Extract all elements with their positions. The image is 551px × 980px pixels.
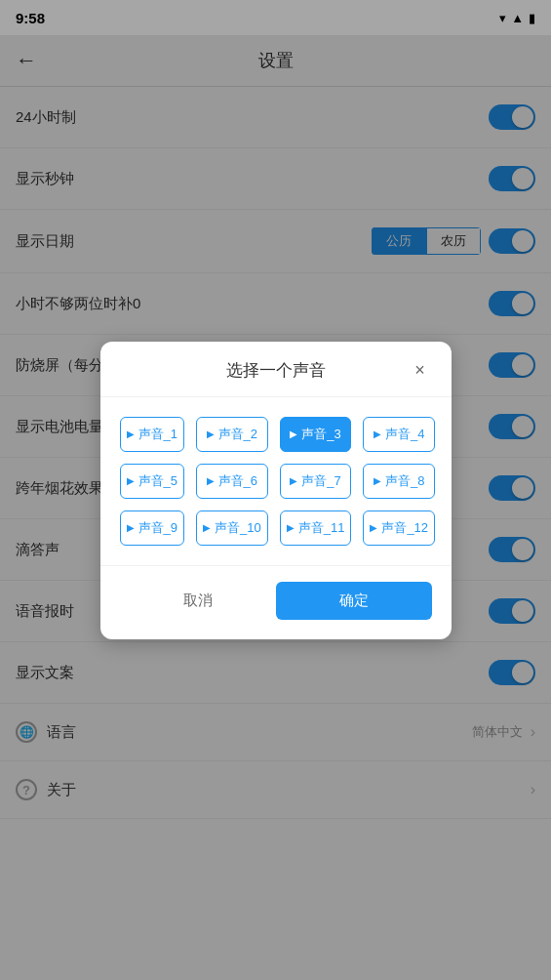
play-icon: ▶ [127, 522, 135, 533]
sound-btn-5[interactable]: ▶声音_5 [120, 464, 184, 499]
play-icon: ▶ [290, 475, 297, 486]
sound-dialog: 选择一个声音 × ▶声音_1▶声音_2▶声音_3▶声音_4▶声音_5▶声音_6▶… [100, 342, 452, 639]
play-icon: ▶ [127, 429, 135, 439]
sound-btn-8[interactable]: ▶声音_8 [363, 464, 435, 499]
sound-btn-12[interactable]: ▶声音_12 [363, 510, 435, 546]
sound-grid: ▶声音_1▶声音_2▶声音_3▶声音_4▶声音_5▶声音_6▶声音_7▶声音_8… [120, 417, 432, 546]
sound-btn-2[interactable]: ▶声音_2 [196, 417, 268, 452]
sound-label: 声音_9 [138, 519, 177, 537]
sound-btn-9[interactable]: ▶声音_9 [120, 510, 184, 546]
sound-btn-11[interactable]: ▶声音_11 [280, 510, 352, 546]
play-icon: ▶ [127, 475, 135, 486]
play-icon: ▶ [370, 522, 377, 533]
sound-label: 声音_7 [301, 472, 340, 490]
sound-label: 声音_4 [385, 426, 424, 443]
sound-label: 声音_8 [385, 472, 424, 490]
modal-footer: 取消 确定 [100, 565, 452, 639]
sound-btn-1[interactable]: ▶声音_1 [120, 417, 184, 452]
modal-title: 选择一个声音 [143, 359, 409, 382]
modal-overlay: 选择一个声音 × ▶声音_1▶声音_2▶声音_3▶声音_4▶声音_5▶声音_6▶… [0, 0, 551, 980]
sound-label: 声音_12 [381, 519, 428, 537]
play-icon: ▶ [290, 429, 297, 439]
sound-label: 声音_1 [138, 426, 177, 443]
sound-btn-6[interactable]: ▶声音_6 [196, 464, 268, 499]
sound-label: 声音_11 [298, 519, 345, 537]
play-icon: ▶ [287, 522, 295, 533]
sound-label: 声音_6 [218, 472, 257, 490]
confirm-button[interactable]: 确定 [276, 582, 432, 620]
sound-btn-7[interactable]: ▶声音_7 [280, 464, 352, 499]
play-icon: ▶ [374, 429, 381, 439]
play-icon: ▶ [207, 429, 215, 439]
sound-label: 声音_5 [138, 472, 177, 490]
cancel-button[interactable]: 取消 [120, 582, 276, 620]
sound-btn-10[interactable]: ▶声音_10 [196, 510, 268, 546]
play-icon: ▶ [374, 475, 381, 486]
sound-label: 声音_3 [301, 426, 340, 443]
modal-body: ▶声音_1▶声音_2▶声音_3▶声音_4▶声音_5▶声音_6▶声音_7▶声音_8… [100, 397, 452, 555]
sound-btn-4[interactable]: ▶声音_4 [363, 417, 435, 452]
modal-close-button[interactable]: × [409, 359, 432, 383]
sound-btn-3[interactable]: ▶声音_3 [280, 417, 352, 452]
play-icon: ▶ [207, 475, 215, 486]
play-icon: ▶ [203, 522, 211, 533]
sound-label: 声音_2 [218, 426, 257, 443]
sound-label: 声音_10 [215, 519, 261, 537]
modal-header: 选择一个声音 × [100, 342, 452, 397]
